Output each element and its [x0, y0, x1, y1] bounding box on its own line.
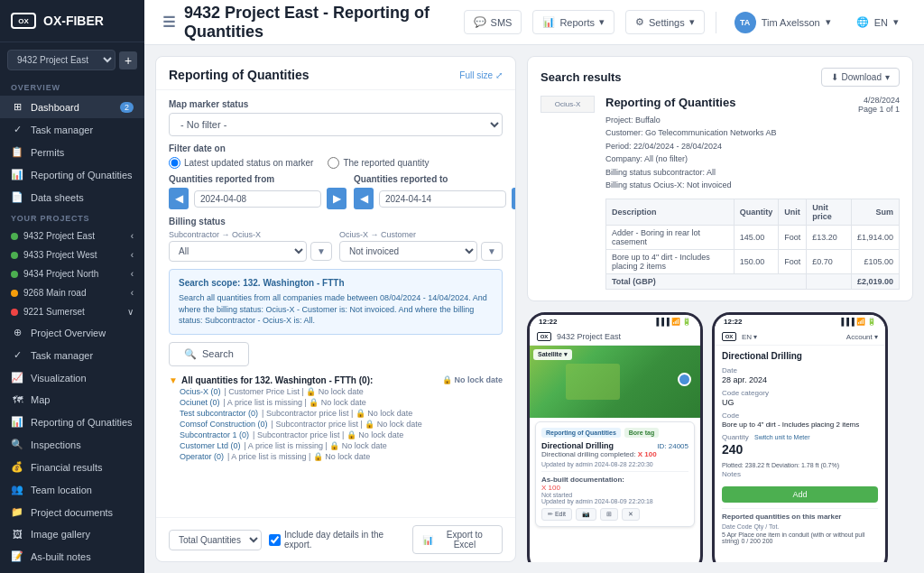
info-title: Search scope: 132. Washington - FTTh: [179, 277, 493, 290]
map-area: [566, 364, 620, 400]
sidebar-item-data-sheets[interactable]: 📄 Data sheets: [0, 186, 144, 208]
sidebar-item-reporting[interactable]: 📊 Reporting of Qunatities: [0, 163, 144, 186]
sms-label: SMS: [491, 17, 513, 28]
phone-right-account[interactable]: Account ▾: [846, 333, 878, 341]
date-to-prev[interactable]: ◀: [354, 188, 374, 209]
include-day-checkbox[interactable]: [269, 534, 281, 546]
sidebar-item-dashboard[interactable]: ⊞ Dashboard 2: [0, 96, 144, 118]
user-chevron: ▾: [826, 16, 831, 28]
phone-right-lang[interactable]: EN ▾: [742, 333, 841, 341]
sidebar: OX OX-FIBER 9432 Project East + OVERVIEW…: [0, 0, 144, 573]
export-label: Export to Excel: [437, 530, 493, 550]
date-to-next[interactable]: ▶: [512, 188, 515, 209]
dashboard-badge: 2: [120, 102, 134, 113]
result-comsof[interactable]: Comsof Construction (0) | Subcontractor …: [169, 420, 503, 429]
sub-filter-btn[interactable]: ▼: [310, 242, 332, 261]
project-item-9268[interactable]: 9268 Main road ‹: [0, 283, 144, 302]
settings-button[interactable]: ⚙ Settings ▾: [625, 10, 705, 34]
sidebar-label-docs: Project documents: [31, 507, 113, 518]
financial-icon: 💰: [11, 461, 23, 473]
sidebar-item-team[interactable]: 👥 Team location: [0, 478, 144, 501]
sidebar-item-task-manager[interactable]: ✓ Task manager: [0, 118, 144, 141]
date-from-input[interactable]: [194, 190, 321, 208]
ociunet-link[interactable]: Ociunet (0): [180, 398, 220, 407]
add-project-button[interactable]: +: [119, 51, 137, 69]
sidebar-item-asbuilt[interactable]: 📝 As-built notes: [0, 545, 144, 568]
card-badge1: Reporting of Quantities: [541, 428, 621, 438]
sms-button[interactable]: 💬 SMS: [464, 10, 522, 34]
deviation-label: Deviation:: [772, 462, 799, 468]
sidebar-item-docs[interactable]: 📁 Project documents: [0, 501, 144, 523]
date-range-row: Quantities reported from ◀ ▶ Quantities …: [169, 174, 503, 209]
sidebar-item-visualization[interactable]: 📈 Visualization: [0, 366, 144, 389]
customer-ltd-link[interactable]: Customer Ltd (0): [180, 441, 241, 450]
close-card-btn[interactable]: ✕: [622, 508, 640, 521]
lang-menu[interactable]: 🌐 EN ▾: [849, 13, 906, 32]
operator-link[interactable]: Operator (0): [180, 452, 224, 461]
camera-btn[interactable]: 📷: [576, 508, 596, 521]
sidebar-item-project-overview[interactable]: ⊕ Project Overview: [0, 321, 144, 344]
radio-latest-input[interactable]: [169, 157, 180, 169]
sidebar-item-map[interactable]: 🗺 Map: [0, 389, 144, 411]
project-select[interactable]: 9432 Project East: [7, 50, 116, 70]
radio-reported[interactable]: The reported quantity: [328, 157, 429, 169]
radio-latest-label: Latest updated status on marker: [184, 158, 313, 168]
date-from-next[interactable]: ▶: [327, 188, 346, 209]
map-marker-select[interactable]: - No filter -: [169, 113, 503, 136]
report-billing-sub: Billing status subcontractor: All: [605, 166, 900, 179]
date-to-input[interactable]: [379, 190, 506, 208]
settings-chevron: ▾: [689, 16, 695, 28]
sidebar-item-task-mgr2[interactable]: ✓ Task manager: [0, 344, 144, 366]
reports-button[interactable]: 📊 Reports ▾: [532, 10, 614, 34]
col-quantity: Quantity: [734, 199, 779, 226]
result-ociunet[interactable]: Ociunet (0) | A price list is missing | …: [169, 398, 503, 407]
cust-filter-btn[interactable]: ▼: [481, 242, 503, 261]
result-ocius[interactable]: Ocius-X (0) | Customer Price List | 🔒 No…: [169, 387, 503, 396]
topbar: ☰ 9432 Project East - Reporting of Quant…: [144, 0, 924, 45]
result-operator[interactable]: Operator (0) | A price list is missing |…: [169, 452, 503, 461]
comsof-link[interactable]: Comsof Construction (0): [180, 420, 268, 429]
project-item-9433[interactable]: 9433 Project West ‹: [0, 245, 144, 264]
project-item-9432[interactable]: 9432 Project East ‹: [0, 226, 144, 245]
switch-unit-link[interactable]: Switch unit to Meter: [754, 434, 809, 440]
project-item-9434[interactable]: 9434 Project North ‹: [0, 264, 144, 283]
edit-btn[interactable]: ✏ Edit: [541, 508, 572, 521]
radio-latest[interactable]: Latest updated status on marker: [169, 157, 313, 169]
search-button[interactable]: 🔍 Search: [169, 342, 249, 366]
result-test-sub[interactable]: Test subcontractor (0) | Subcontractor p…: [169, 409, 503, 418]
ocius-link[interactable]: Ocius-X (0): [180, 387, 221, 396]
export-type-select[interactable]: Total Quantities: [169, 530, 262, 550]
result-sub1[interactable]: Subcontractor 1 (0) | Subcontractor pric…: [169, 430, 503, 439]
task-icon: ✓: [11, 124, 23, 135]
include-day-details[interactable]: Include day details in the export.: [269, 530, 405, 550]
date-from-prev[interactable]: ◀: [169, 188, 189, 209]
sub-select[interactable]: All: [169, 241, 307, 262]
sidebar-item-gallery[interactable]: 🖼 Image gallery: [0, 523, 144, 545]
test-sub-link[interactable]: Test subcontractor (0): [180, 409, 258, 418]
export-excel-button[interactable]: 📊 Export to Excel: [412, 525, 503, 554]
phone-left-map: Satellite ▾: [530, 346, 700, 418]
full-size-button[interactable]: Full size ⤢: [459, 70, 503, 80]
reports-label: Reports: [559, 17, 595, 28]
sidebar-item-permits[interactable]: 📋 Permits: [0, 141, 144, 163]
add-button[interactable]: Add: [722, 486, 878, 503]
satellite-badge[interactable]: Satellite ▾: [533, 349, 572, 360]
download-icon: ⬇: [831, 72, 838, 82]
radio-reported-input[interactable]: [328, 157, 339, 169]
sms-icon: 💬: [474, 16, 486, 28]
sidebar-item-reporting2[interactable]: 📊 Reporting of Qunatities: [0, 411, 144, 433]
grid-btn[interactable]: ⊞: [600, 508, 618, 521]
project-dot-9268: [11, 290, 18, 297]
sidebar-item-inspections[interactable]: 🔍 Inspections: [0, 433, 144, 456]
result-customer-ltd[interactable]: Customer Ltd (0) | A price list is missi…: [169, 441, 503, 450]
project-item-9221[interactable]: 9221 Sumerset ∨: [0, 302, 144, 321]
task2-icon: ✓: [11, 349, 23, 361]
sub1-link[interactable]: Subcontractor 1 (0): [180, 430, 249, 439]
download-button[interactable]: ⬇ Download ▾: [821, 68, 900, 87]
menu-icon[interactable]: ☰: [162, 14, 175, 31]
cust-select[interactable]: Not invoiced: [339, 241, 477, 262]
phones-row: 12:22 ▐▐▐ 📶 🔋 OX 9432 Project East Satel…: [527, 312, 913, 562]
sidebar-item-financial[interactable]: 💰 Financial results: [0, 456, 144, 478]
projects-label: YOUR PROJECTS: [0, 208, 144, 226]
user-menu[interactable]: TA Tim Axelsson ▾: [727, 8, 838, 37]
